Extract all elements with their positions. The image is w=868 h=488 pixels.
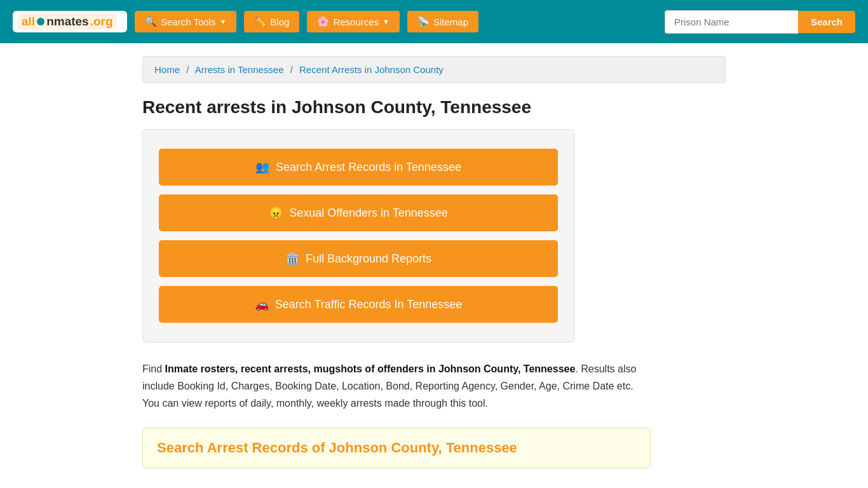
search-tools-dropdown-icon: ▼ [219, 18, 226, 25]
arrest-records-button[interactable]: 👥 Search Arrest Records in Tennessee [159, 149, 558, 186]
header-search: Search [665, 10, 855, 34]
resources-label: Resources [333, 17, 379, 27]
breadcrumb: Home / Arrests in Tennessee / Recent Arr… [142, 56, 726, 83]
actions-card: 👥 Search Arrest Records in Tennessee 😠 S… [142, 129, 574, 342]
traffic-records-icon: 🚗 [255, 297, 269, 311]
background-reports-icon: 🏛️ [285, 252, 299, 266]
section-search-box: Search Arrest Records of Johnson County,… [142, 428, 651, 468]
breadcrumb-home[interactable]: Home [154, 64, 180, 75]
page-title: Recent arrests in Johnson County, Tennes… [142, 97, 726, 118]
search-tools-label: Search Tools [161, 17, 215, 27]
breadcrumb-sep-1: / [186, 64, 189, 75]
description-bold: Inmate rosters, recent arrests, mugshots… [165, 363, 576, 374]
prison-search-button[interactable]: Search [798, 11, 855, 33]
search-tools-icon: 🔍 [145, 16, 157, 27]
blog-icon: ✏️ [254, 16, 266, 27]
traffic-records-button[interactable]: 🚗 Search Traffic Records In Tennessee [159, 286, 558, 323]
sitemap-icon: 📡 [417, 16, 430, 27]
section-search-title: Search Arrest Records of Johnson County,… [157, 440, 636, 456]
logo-org: .org [90, 15, 113, 29]
main-content: Home / Arrests in Tennessee / Recent Arr… [132, 43, 736, 481]
resources-dropdown-icon: ▼ [383, 18, 390, 25]
search-tools-button[interactable]: 🔍 Search Tools ▼ [135, 11, 236, 32]
background-reports-label: Full Background Reports [306, 252, 431, 266]
sexual-offenders-label: Sexual Offenders in Tennessee [289, 207, 448, 220]
logo-inmates: nmates [46, 15, 89, 29]
site-logo[interactable]: all nmates .org [13, 11, 127, 32]
sitemap-button[interactable]: 📡 Sitemap [407, 11, 478, 32]
breadcrumb-arrests-tennessee[interactable]: Arrests in Tennessee [195, 64, 284, 75]
breadcrumb-sep-2: / [290, 64, 293, 75]
background-reports-button[interactable]: 🏛️ Full Background Reports [159, 240, 558, 277]
blog-button[interactable]: ✏️ Blog [244, 11, 299, 32]
sitemap-label: Sitemap [433, 17, 468, 27]
arrest-records-label: Search Arrest Records in Tennessee [276, 161, 461, 174]
prison-search-input[interactable] [665, 10, 798, 34]
search-button-label: Search [811, 17, 843, 27]
traffic-records-label: Search Traffic Records In Tennessee [275, 298, 463, 311]
resources-icon: 🌸 [317, 16, 329, 27]
arrest-records-icon: 👥 [255, 160, 269, 174]
site-header: all nmates .org 🔍 Search Tools ▼ ✏️ Blog… [0, 0, 868, 43]
description-text: Find Inmate rosters, recent arrests, mug… [142, 360, 651, 412]
sexual-offenders-button[interactable]: 😠 Sexual Offenders in Tennessee [159, 194, 558, 231]
description-intro: Find [142, 363, 165, 374]
resources-button[interactable]: 🌸 Resources ▼ [307, 11, 400, 32]
logo-dot [37, 18, 44, 25]
blog-label: Blog [270, 17, 289, 27]
sexual-offenders-icon: 😠 [269, 206, 283, 220]
breadcrumb-current: Recent Arrests in Johnson County [299, 64, 444, 75]
logo-all: all [22, 15, 35, 29]
